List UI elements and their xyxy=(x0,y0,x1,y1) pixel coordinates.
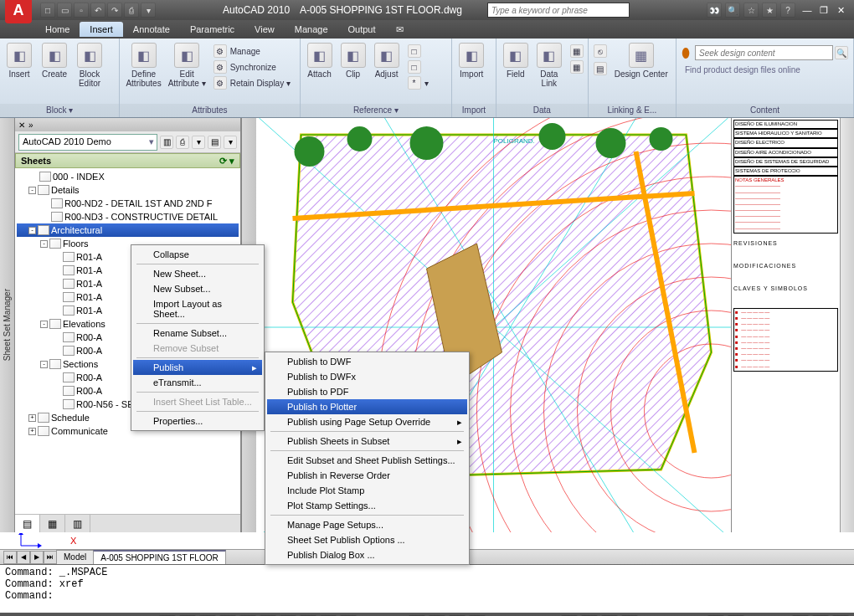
expand-icon[interactable]: - xyxy=(40,361,48,368)
print-icon[interactable]: ⎙ xyxy=(124,3,139,18)
tab-output[interactable]: Output xyxy=(338,22,386,37)
close-palette-icon[interactable]: ✕ xyxy=(18,121,25,130)
attach-button[interactable]: ◧Attach xyxy=(303,41,337,80)
command-line[interactable]: Command: _.MSPACECommand: xrefCommand: xyxy=(0,564,854,613)
menu-plot-stamp-settings-[interactable]: Plot Stamp Settings... xyxy=(267,498,467,513)
panel-title[interactable]: Block ▾ xyxy=(0,104,119,117)
tab-view[interactable]: View xyxy=(244,22,285,37)
menu-include-plot-stamp[interactable]: Include Plot Stamp xyxy=(267,483,467,498)
menu-import-layout-as-sheet-[interactable]: Import Layout as Sheet... xyxy=(133,296,262,321)
tab-next[interactable]: ▶ xyxy=(30,551,44,564)
attr-retain-display-[interactable]: ⚙Retain Display ▾ xyxy=(211,75,293,90)
block-button[interactable]: ◧BlockEditor xyxy=(73,41,106,90)
attr-manage[interactable]: ⚙Manage xyxy=(211,44,293,59)
tab-home[interactable]: Home xyxy=(35,22,80,37)
new-icon[interactable]: □ xyxy=(40,3,55,18)
menu-collapse[interactable]: Collapse xyxy=(133,247,262,262)
data-opt[interactable]: ▦ xyxy=(568,44,586,59)
infocenter-search-icon[interactable]: 🔍 xyxy=(725,3,740,18)
tree-item[interactable]: 000 - INDEX xyxy=(17,170,239,183)
expand-icon[interactable]: - xyxy=(28,187,36,194)
link-opt[interactable]: ▤ xyxy=(591,61,610,76)
data-opt[interactable]: ▦ xyxy=(568,59,586,74)
menu-rename-subset-[interactable]: Rename Subset... xyxy=(133,326,262,341)
ref-opt[interactable]: □ xyxy=(405,59,431,74)
comm-center-icon[interactable]: ☆ xyxy=(743,3,759,18)
menu-publish-sheets-in-subset[interactable]: Publish Sheets in Subset xyxy=(267,434,467,449)
redo-icon[interactable]: ↷ xyxy=(107,3,122,18)
minimize-button[interactable]: — xyxy=(799,3,815,18)
seek-search-input[interactable] xyxy=(695,45,833,60)
data-button[interactable]: ◧DataLink xyxy=(532,41,566,90)
menu-etransmit-[interactable]: eTransmit... xyxy=(133,375,262,390)
menu-properties-[interactable]: Properties... xyxy=(133,413,262,429)
favorites-icon[interactable]: ★ xyxy=(762,3,777,18)
sheetset-btn[interactable]: ▥ xyxy=(160,136,173,149)
search-icon[interactable]: 🔍 xyxy=(835,46,848,59)
expand-icon[interactable]: + xyxy=(28,414,36,422)
expand-icon[interactable]: - xyxy=(40,240,48,248)
link-opt[interactable]: ⎋ xyxy=(591,44,610,59)
dock-icon[interactable]: » xyxy=(28,121,33,130)
tab-views[interactable]: ▦ xyxy=(40,515,65,532)
close-button[interactable]: ✕ xyxy=(832,3,849,18)
tab-prev[interactable]: ◀ xyxy=(17,551,30,564)
layout-tab[interactable]: Model xyxy=(56,550,94,564)
menu-publish-using-page-setup-override[interactable]: Publish using Page Setup Override xyxy=(267,414,467,429)
layout-tab[interactable]: A-005 SHOPPING 1ST FLOOR xyxy=(93,550,225,564)
expand-icon[interactable]: - xyxy=(40,321,48,328)
sheetset-btn[interactable]: ▾ xyxy=(224,136,237,149)
tab-resources[interactable]: ▥ xyxy=(65,515,90,532)
sheetset-dropdown[interactable]: AutoCAD 2010 Demo xyxy=(18,134,157,151)
edit-button[interactable]: ◧EditAttribute ▾ xyxy=(165,41,209,90)
ref-opt[interactable]: *▾ xyxy=(405,75,431,90)
import-button[interactable]: ◧Import xyxy=(455,41,488,80)
mail-icon[interactable]: ✉ xyxy=(386,22,414,38)
menu-new-sheet-[interactable]: New Sheet... xyxy=(133,266,262,281)
design-center-button[interactable]: ▦ Design Center xyxy=(611,41,671,80)
sheet-set-manager-bar[interactable]: Sheet Set Manager xyxy=(0,118,15,532)
sheetset-btn[interactable]: ▤ xyxy=(208,136,221,149)
expand-icon[interactable]: - xyxy=(28,227,36,234)
tab-first[interactable]: ⏮ xyxy=(3,551,17,564)
menu-edit-subset-and-sheet-publish-settings-[interactable]: Edit Subset and Sheet Publish Settings..… xyxy=(267,453,467,468)
menu-publish-in-reverse-order[interactable]: Publish in Reverse Order xyxy=(267,468,467,483)
menu-publish-to-plotter[interactable]: Publish to Plotter xyxy=(267,399,467,414)
publish-submenu[interactable]: Publish to DWFPublish to DWFxPublish to … xyxy=(265,352,470,565)
seek-link[interactable]: Find product design files online xyxy=(682,64,848,76)
menu-publish-to-pdf[interactable]: Publish to PDF xyxy=(267,384,467,399)
menu-manage-page-setups-[interactable]: Manage Page Setups... xyxy=(267,517,467,532)
refresh-icon[interactable]: ⟳ ▾ xyxy=(219,156,234,167)
adjust-button[interactable]: ◧Adjust xyxy=(370,41,404,80)
open-icon[interactable]: ▭ xyxy=(57,3,72,18)
panel-title[interactable]: Reference ▾ xyxy=(301,104,452,117)
sheetset-btn[interactable]: ▾ xyxy=(192,136,205,149)
tab-sheets[interactable]: ▤ xyxy=(15,515,40,532)
restore-button[interactable]: ❐ xyxy=(815,3,832,18)
qat-more-icon[interactable]: ▾ xyxy=(141,3,156,18)
binoculars-icon[interactable]: 👀 xyxy=(707,3,722,18)
tree-item[interactable]: R00-ND3 - CONSTRUCTIVE DETAIL xyxy=(17,210,239,223)
infocenter-search[interactable] xyxy=(487,3,630,18)
field-button[interactable]: ◧Field xyxy=(499,41,532,90)
tab-last[interactable]: ⏭ xyxy=(44,551,57,564)
menu-new-subset-[interactable]: New Subset... xyxy=(133,281,262,296)
attr-synchronize[interactable]: ⚙Synchronize xyxy=(211,59,293,74)
save-icon[interactable]: ▫ xyxy=(74,3,89,18)
clip-button[interactable]: ◧Clip xyxy=(337,41,370,80)
tab-insert[interactable]: Insert xyxy=(80,22,123,37)
context-menu[interactable]: CollapseNew Sheet...New Subset...Import … xyxy=(131,244,265,431)
help-icon[interactable]: ? xyxy=(780,3,795,18)
menu-publish-to-dwfx[interactable]: Publish to DWFx xyxy=(267,369,467,384)
vertical-scrollbar[interactable] xyxy=(840,118,854,532)
menu-publish-dialog-box-[interactable]: Publish Dialog Box ... xyxy=(267,547,467,562)
tree-item[interactable]: -Architectural xyxy=(17,223,239,237)
create-button[interactable]: ◧Create xyxy=(38,41,71,80)
tree-item[interactable]: R00-ND2 - DETAIL 1ST AND 2ND F xyxy=(17,197,239,210)
tab-parametric[interactable]: Parametric xyxy=(180,22,244,37)
insert-button[interactable]: ◧Insert xyxy=(3,41,36,80)
tab-annotate[interactable]: Annotate xyxy=(123,22,180,37)
ref-opt[interactable]: □ xyxy=(405,44,431,59)
app-menu-button[interactable]: A xyxy=(5,0,32,23)
expand-icon[interactable]: + xyxy=(28,428,36,435)
